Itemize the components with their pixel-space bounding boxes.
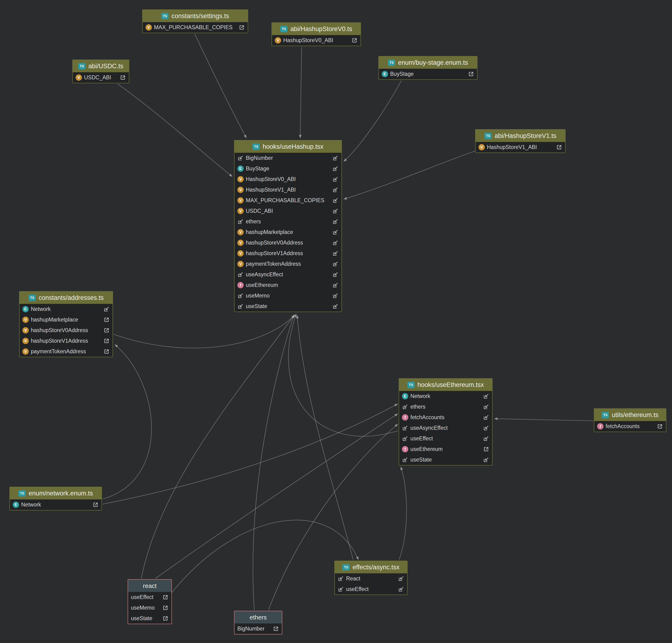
symbol-row-fetchAccounts[interactable]: ffetchAccounts	[594, 421, 666, 432]
import-arrow-icon[interactable]	[483, 457, 489, 463]
symbol-row-useEthereum[interactable]: fuseEthereum	[235, 280, 341, 290]
symbol-row-HashupStoreV0_ABI[interactable]: VHashupStoreV0_ABI	[272, 35, 360, 46]
import-arrow-icon[interactable]	[332, 261, 339, 267]
symbol-row-USDC_ABI[interactable]: VUSDC_ABI	[235, 206, 341, 216]
import-arrow-icon[interactable]	[398, 586, 404, 592]
symbol-row-ethers[interactable]: ethers	[235, 216, 341, 227]
symbol-label: useMemo	[246, 293, 330, 299]
import-arrow-icon[interactable]	[332, 303, 339, 310]
node-usdc: TSabi/USDC.tsVUSDC_ABI	[72, 60, 129, 83]
import-arrow-icon[interactable]	[332, 282, 339, 288]
external-link-icon[interactable]	[162, 594, 169, 600]
import-arrow-icon[interactable]	[332, 293, 339, 299]
symbol-row-useState[interactable]: useState	[235, 301, 341, 312]
import-arrow-icon[interactable]	[332, 155, 339, 161]
external-link-icon[interactable]	[103, 327, 110, 333]
symbol-row-React[interactable]: React	[335, 573, 407, 584]
import-arrow-icon[interactable]	[332, 271, 339, 278]
symbol-row-hashupStoreV1Address[interactable]: VhashupStoreV1Address	[235, 248, 341, 259]
node-header-useHashup[interactable]: TShooks/useHashup.tsx	[235, 141, 341, 153]
node-header-networkEnum[interactable]: TSenum/network.enum.ts	[10, 487, 101, 499]
symbol-row-useMemo[interactable]: useMemo	[128, 603, 171, 613]
symbol-row-useAsyncEffect[interactable]: useAsyncEffect	[399, 423, 492, 433]
external-link-icon[interactable]	[483, 446, 489, 452]
import-arrow-icon[interactable]	[332, 240, 339, 246]
node-header-useEthereum[interactable]: TShooks/useEthereum.tsx	[399, 379, 492, 391]
import-arrow-icon[interactable]	[332, 218, 339, 225]
external-link-icon[interactable]	[239, 24, 245, 31]
node-title: enum/network.enum.ts	[28, 490, 93, 497]
external-link-icon[interactable]	[162, 615, 169, 622]
node-header-hashupStoreV0[interactable]: TSabi/HashupStoreV0.ts	[272, 23, 360, 35]
node-header-buyStage[interactable]: TSenum/buy-stage.enum.ts	[379, 57, 477, 69]
symbol-row-ethers[interactable]: ethers	[399, 401, 492, 412]
node-header-react[interactable]: react	[128, 580, 171, 592]
external-link-icon[interactable]	[120, 74, 126, 81]
external-link-icon[interactable]	[162, 605, 169, 611]
symbol-row-MAX_PURCHASABLE_COPIES[interactable]: VMAX_PURCHASABLE_COPIES	[143, 22, 248, 33]
variable-icon: V	[22, 338, 29, 344]
external-link-icon[interactable]	[556, 144, 562, 150]
symbol-row-fetchAccounts[interactable]: ffetchAccounts	[399, 412, 492, 423]
external-link-icon[interactable]	[273, 626, 279, 632]
symbol-row-BigNumber[interactable]: BigNumber	[235, 153, 341, 163]
symbol-row-HashupStoreV1_ABI[interactable]: VHashupStoreV1_ABI	[476, 142, 565, 153]
symbol-row-MAX_PURCHASABLE_COPIES[interactable]: VMAX_PURCHASABLE_COPIES	[235, 195, 341, 206]
import-arrow-icon[interactable]	[103, 306, 110, 312]
symbol-row-paymentTokenAddress[interactable]: VpaymentTokenAddress	[235, 259, 341, 269]
symbol-row-Network[interactable]: ENetwork	[399, 391, 492, 401]
symbol-row-BigNumber[interactable]: BigNumber	[235, 623, 282, 634]
import-arrow-icon[interactable]	[332, 229, 339, 235]
node-header-ethers[interactable]: ethers	[235, 611, 282, 623]
import-arrow-icon[interactable]	[332, 197, 339, 204]
symbol-row-HashupStoreV0_ABI[interactable]: VHashupStoreV0_ABI	[235, 174, 341, 184]
import-arrow-icon[interactable]	[483, 404, 489, 410]
symbol-row-useEffect[interactable]: useEffect	[399, 433, 492, 444]
node-header-effectsAsync[interactable]: TSeffects/async.tsx	[335, 561, 407, 573]
symbol-row-useAsyncEffect[interactable]: useAsyncEffect	[235, 269, 341, 280]
symbol-row-BuyStage[interactable]: EBuyStage	[379, 69, 477, 79]
symbol-row-hashupStoreV0Address[interactable]: VhashupStoreV0Address	[235, 238, 341, 248]
enum-icon: E	[22, 306, 29, 312]
external-link-icon[interactable]	[103, 338, 110, 344]
external-link-icon[interactable]	[468, 71, 474, 77]
symbol-row-BuyStage[interactable]: EBuyStage	[235, 163, 341, 174]
import-arrow-icon[interactable]	[332, 250, 339, 256]
import-arrow-icon[interactable]	[332, 176, 339, 182]
symbol-row-hashupStoreV1Address[interactable]: VhashupStoreV1Address	[20, 336, 112, 346]
symbol-row-useEthereum[interactable]: fuseEthereum	[399, 444, 492, 454]
symbol-row-HashupStoreV1_ABI[interactable]: VHashupStoreV1_ABI	[235, 184, 341, 195]
symbol-row-hashupMarketplace[interactable]: VhashupMarketplace	[20, 314, 112, 325]
node-header-usdc[interactable]: TSabi/USDC.ts	[73, 60, 129, 72]
external-link-icon[interactable]	[103, 348, 110, 355]
import-arrow-icon[interactable]	[483, 425, 489, 431]
symbol-row-useEffect[interactable]: useEffect	[335, 584, 407, 595]
node-header-settings[interactable]: TSconstants/settings.ts	[143, 10, 248, 22]
symbol-row-paymentTokenAddress[interactable]: VpaymentTokenAddress	[20, 346, 112, 357]
external-link-icon[interactable]	[351, 37, 358, 44]
symbol-row-useState[interactable]: useState	[399, 454, 492, 465]
external-link-icon[interactable]	[92, 501, 99, 508]
ts-file-icon: TS	[484, 133, 492, 139]
import-arrow-icon[interactable]	[332, 187, 339, 193]
import-arrow-icon[interactable]	[483, 435, 489, 442]
import-arrow-icon[interactable]	[398, 575, 404, 582]
import-arrow-icon[interactable]	[483, 393, 489, 399]
symbol-row-useEffect[interactable]: useEffect	[128, 592, 171, 603]
symbol-row-useState[interactable]: useState	[128, 613, 171, 624]
symbol-row-Network[interactable]: ENetwork	[10, 499, 101, 510]
import-arrow-icon[interactable]	[332, 166, 339, 172]
node-header-hashupStoreV1[interactable]: TSabi/HashupStoreV1.ts	[476, 130, 565, 142]
import-arrow-icon[interactable]	[332, 208, 339, 214]
symbol-row-Network[interactable]: ENetwork	[20, 304, 112, 314]
external-link-icon[interactable]	[103, 317, 110, 323]
import-arrow-icon[interactable]	[483, 414, 489, 421]
symbol-row-useMemo[interactable]: useMemo	[235, 290, 341, 301]
external-link-icon[interactable]	[657, 423, 663, 429]
node-header-addresses[interactable]: TSconstants/addresses.ts	[20, 292, 112, 304]
symbol-row-USDC_ABI[interactable]: VUSDC_ABI	[73, 72, 129, 83]
node-header-utilsEthereum[interactable]: TSutils/ethereum.ts	[594, 409, 666, 421]
function-icon: f	[597, 423, 603, 429]
symbol-row-hashupMarketplace[interactable]: VhashupMarketplace	[235, 227, 341, 238]
symbol-row-hashupStoreV0Address[interactable]: VhashupStoreV0Address	[20, 325, 112, 336]
